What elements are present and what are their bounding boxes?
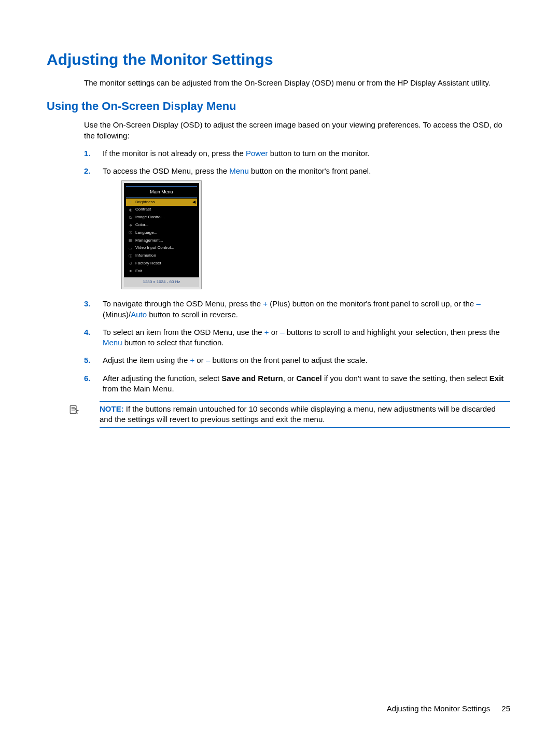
osd-item-label: Management... [135, 238, 163, 244]
minus-keyword: – [280, 328, 284, 336]
step-5: 5. Adjust the item using the + or – butt… [84, 355, 510, 366]
section-body: Use the On-Screen Display (OSD) to adjus… [84, 120, 510, 394]
plus-keyword: + [190, 356, 194, 364]
factory-reset-icon: ↺ [128, 261, 133, 266]
contrast-icon: ◐ [128, 207, 133, 212]
osd-item-management: ▦ Management... [126, 237, 197, 245]
page-footer: Adjusting the Monitor Settings 25 [387, 704, 510, 714]
osd-item-information: ⓘ Information [126, 252, 197, 260]
intro-paragraph: The monitor settings can be adjusted fro… [84, 78, 510, 88]
note-icon [68, 404, 79, 415]
save-and-return-bold: Save and Return [221, 374, 283, 383]
image-control-icon: ⧉ [128, 215, 133, 220]
step-text: from the Main Menu. [103, 384, 174, 393]
osd-item-video-input: ▭ Video Input Control... [126, 244, 197, 252]
osd-item-contrast: ◐ Contrast [126, 206, 197, 214]
document-page: Adjusting the Monitor Settings The monit… [0, 0, 560, 745]
step-text: (Plus) button on the monitor's front pan… [268, 299, 476, 308]
ordered-steps: 1. If the monitor is not already on, pre… [84, 148, 510, 394]
osd-item-label: Language... [135, 230, 157, 236]
step-text: To select an item from the OSD Menu, use… [103, 328, 264, 336]
information-icon: ⓘ [128, 254, 133, 258]
video-input-icon: ▭ [128, 246, 133, 250]
osd-panel: Main Menu ☼ Brightness ◀ ◐ Contrast [124, 183, 199, 277]
step-text: button to select that function. [122, 338, 224, 347]
management-icon: ▦ [128, 238, 133, 243]
step-text: , or [283, 374, 297, 383]
section-intro: Use the On-Screen Display (OSD) to adjus… [84, 120, 510, 141]
osd-item-image-control: ⧉ Image Control... [126, 214, 197, 221]
osd-item-label: Image Control... [135, 215, 165, 220]
note-container: NOTE: If the buttons remain untouched fo… [68, 401, 510, 428]
power-keyword: Power [246, 149, 268, 158]
osd-item-exit: ■ Exit [126, 268, 197, 275]
exit-bold: Exit [489, 374, 504, 383]
svg-rect-0 [70, 406, 76, 414]
plus-keyword: + [264, 328, 269, 336]
step-number: 5. [84, 355, 91, 366]
intro-block: The monitor settings can be adjusted fro… [84, 78, 510, 88]
brightness-icon: ☼ [128, 200, 133, 204]
osd-item-label: Brightness [135, 200, 155, 205]
exit-icon: ■ [128, 269, 133, 274]
step-6: 6. After adjusting the function, select … [84, 373, 510, 395]
osd-resolution-bar: 1280 x 1024 - 60 Hz [124, 277, 199, 287]
step-4: 4. To select an item from the OSD Menu, … [84, 327, 510, 348]
step-text: To access the OSD Menu, press the [103, 166, 229, 175]
step-number: 4. [84, 327, 91, 338]
step-text: if you don't want to save the setting, t… [322, 374, 489, 383]
minus-keyword: – [206, 356, 210, 364]
osd-figure: Main Menu ☼ Brightness ◀ ◐ Contrast [121, 180, 202, 289]
step-text: buttons on the front panel to adjust the… [210, 356, 368, 364]
note-label: NOTE: [100, 404, 124, 413]
step-text: Adjust the item using the [103, 356, 190, 364]
heading-1: Adjusting the Monitor Settings [47, 49, 510, 71]
heading-2: Using the On-Screen Display Menu [47, 99, 510, 114]
osd-item-color: ❖ Color... [126, 221, 197, 229]
osd-frame: Main Menu ☼ Brightness ◀ ◐ Contrast [121, 180, 202, 289]
language-icon: ⓘ [128, 231, 133, 235]
osd-item-label: Factory Reset [135, 261, 161, 266]
step-2: 2. To access the OSD Menu, press the Men… [84, 166, 510, 289]
menu-keyword: Menu [103, 338, 122, 347]
step-text: button to turn on the monitor. [268, 149, 370, 158]
step-text: or [269, 328, 281, 336]
step-text: buttons to scroll to and highlight your … [285, 328, 500, 336]
footer-page-number: 25 [501, 704, 510, 713]
osd-menu-list: ☼ Brightness ◀ ◐ Contrast ⧉ [124, 198, 199, 277]
step-text: After adjusting the function, select [103, 374, 221, 383]
osd-item-language: ⓘ Language... [126, 229, 197, 237]
step-number: 1. [84, 148, 91, 159]
step-3: 3. To navigate through the OSD Menu, pre… [84, 299, 510, 320]
step-number: 3. [84, 299, 91, 309]
note-text: If the buttons remain untouched for 10 s… [100, 404, 496, 424]
osd-title: Main Menu [126, 186, 197, 197]
step-number: 2. [84, 166, 91, 176]
plus-keyword: + [263, 299, 268, 308]
osd-selection-arrow-icon: ◀ [192, 200, 195, 205]
osd-item-label: Color... [135, 222, 148, 228]
cancel-bold: Cancel [297, 374, 322, 383]
auto-keyword: Auto [131, 310, 147, 319]
osd-item-label: Exit [135, 269, 142, 274]
menu-keyword: Menu [229, 166, 249, 175]
step-text: button on the monitor's front panel. [249, 166, 371, 175]
step-text: To navigate through the OSD Menu, press … [103, 299, 263, 308]
step-number: 6. [84, 373, 91, 384]
step-text: or [194, 356, 206, 364]
osd-item-brightness: ☼ Brightness ◀ [126, 199, 197, 206]
step-text: (Minus)/ [103, 310, 131, 319]
osd-item-label: Information [135, 253, 156, 259]
color-icon: ❖ [128, 223, 133, 228]
step-text: button to scroll in reverse. [147, 310, 238, 319]
step-text: If the monitor is not already on, press … [103, 149, 246, 158]
osd-item-label: Contrast [135, 207, 151, 213]
footer-section-title: Adjusting the Monitor Settings [387, 704, 490, 713]
step-1: 1. If the monitor is not already on, pre… [84, 148, 510, 159]
osd-item-factory-reset: ↺ Factory Reset [126, 260, 197, 268]
minus-keyword: – [476, 299, 480, 308]
osd-item-label: Video Input Control... [135, 245, 174, 251]
